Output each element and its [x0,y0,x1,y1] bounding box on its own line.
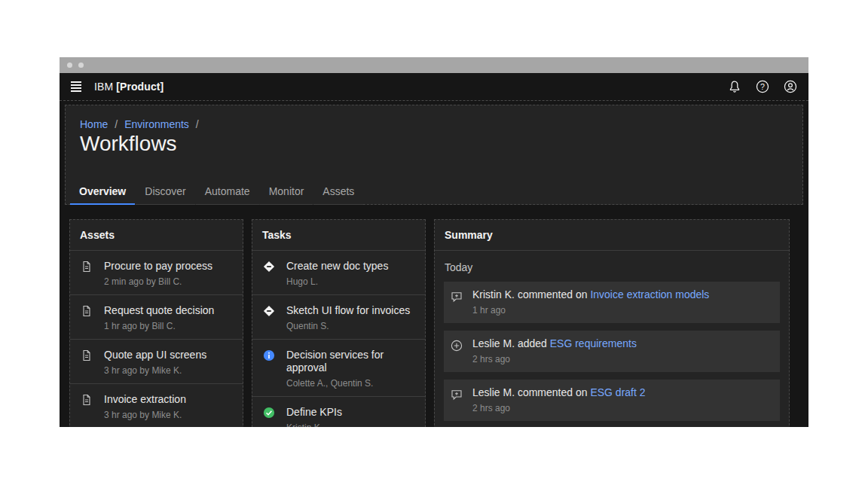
asset-list-item[interactable]: Quote app UI screens 3 hr ago by Mike K. [70,340,243,384]
task-title: Create new doc types [286,260,388,273]
user-avatar-icon[interactable] [784,80,797,93]
asset-meta: 3 hr ago by Mike K. [104,365,206,376]
page-title: Workflows [80,132,177,156]
task-list-item[interactable]: Decision services for approval Colette A… [252,340,425,397]
asset-meta: 2 min ago by Bill C. [104,276,212,287]
asset-title: Request quote decision [104,304,214,317]
summary-group-label: Today [435,251,789,282]
svg-text:?: ? [760,82,765,91]
tab-assets[interactable]: Assets [313,179,363,205]
add-circle-icon [451,340,463,352]
task-title: Define KPIs [286,406,342,419]
task-title: Sketch UI flow for invoices [286,304,410,317]
status-not-started-icon [263,305,275,317]
assets-card: Assets Procure to pay process 2 min ago … [69,219,243,427]
activity-text-before: Kristin K. commented on [472,288,590,300]
task-assignees: Kristin K. [286,422,342,427]
document-icon [81,349,93,361]
window-control-dot [78,63,84,68]
tab-monitor[interactable]: Monitor [260,179,313,205]
activity-link[interactable]: Invoice extraction models [590,288,709,300]
brand: IBM [Product] [94,81,164,93]
app-header: IBM [Product] ? [60,73,808,101]
brand-product: [Product] [116,81,164,93]
status-complete-icon [263,407,275,419]
assets-card-title: Assets [70,220,243,251]
activity-time: 2 hrs ago [472,354,637,364]
activity-text: Kristin K. commented on Invoice extracti… [472,288,709,301]
breadcrumb: Home / Environments / [80,118,199,130]
task-assignees: Hugo L. [286,276,388,287]
activity-link[interactable]: ESG requirements [550,337,637,349]
asset-list-item[interactable]: Procure to pay process 2 min ago by Bill… [70,251,243,295]
breadcrumb-separator: / [196,118,199,130]
activity-text-before: Leslie M. added [472,337,550,349]
document-icon [81,261,93,273]
activity-list: Kristin K. commented on Invoice extracti… [444,282,780,427]
asset-list-item[interactable]: Invoice extraction 3 hr ago by Mike K. [70,384,243,427]
activity-item: Leslie M. added ESG requirements 2 hrs a… [444,331,780,372]
notification-bell-icon[interactable] [728,80,741,93]
document-icon [81,305,93,317]
task-list-item[interactable]: Create new doc types Hugo L. [252,251,425,295]
content-area: Assets Procure to pay process 2 min ago … [69,219,790,427]
asset-meta: 1 hr ago by Bill C. [104,321,214,331]
window-control-dot [67,63,72,68]
header-actions: ? [728,80,797,93]
activity-time: 2 hrs ago [472,403,646,413]
document-icon [81,394,93,406]
breadcrumb-environments[interactable]: Environments [124,118,189,130]
tab-automate[interactable]: Automate [196,179,259,205]
summary-card: Summary Today Kristin K. commented on In… [434,219,790,427]
activity-item: Leslie M. commented on ESG draft 2 2 hrs… [444,380,780,421]
tab-overview[interactable]: Overview [70,179,135,205]
tab-discover[interactable]: Discover [136,179,194,205]
tasks-card: Tasks Create new doc types Hugo L. Sketc [252,219,426,427]
breadcrumb-separator: / [115,118,118,130]
menu-icon[interactable] [71,80,81,93]
activity-text: Leslie M. commented on ESG draft 2 [472,386,646,399]
activity-text-before: Leslie M. commented on [472,386,590,398]
asset-title: Procure to pay process [104,260,212,273]
comment-icon [451,291,463,303]
activity-link[interactable]: ESG draft 2 [590,386,645,398]
help-icon[interactable]: ? [756,80,769,93]
status-info-icon [263,349,275,361]
brand-prefix: IBM [94,81,113,93]
task-title: Decision services for approval [286,349,415,374]
window-chrome-bar [60,57,808,73]
asset-meta: 3 hr ago by Mike K. [104,410,186,420]
tab-bar: Overview Discover Automate Monitor Asset… [70,179,364,205]
breadcrumb-home[interactable]: Home [80,118,108,130]
activity-item: Kristin K. commented on Invoice extracti… [444,282,780,323]
asset-title: Invoice extraction [104,393,186,406]
task-list-item[interactable]: Define KPIs Kristin K. [252,397,425,427]
status-not-started-icon [263,261,275,273]
activity-time: 1 hr ago [472,305,709,316]
activity-text: Leslie M. added ESG requirements [472,337,637,350]
task-list-item[interactable]: Sketch UI flow for invoices Quentin S. [252,295,425,340]
summary-card-title: Summary [435,220,789,251]
task-assignees: Quentin S. [286,321,410,331]
page-header-panel: Home / Environments / Workflows Overview… [65,105,803,205]
tasks-card-title: Tasks [252,220,425,251]
asset-title: Quote app UI screens [104,349,206,361]
app-window: IBM [Product] ? Home / Environments [60,57,808,427]
comment-icon [451,389,463,401]
task-assignees: Colette A., Quentin S. [286,378,415,389]
asset-list-item[interactable]: Request quote decision 1 hr ago by Bill … [70,295,243,340]
